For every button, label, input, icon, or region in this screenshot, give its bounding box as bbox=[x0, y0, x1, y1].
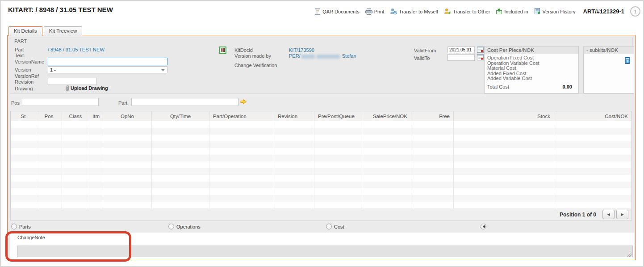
kit-details-panel: PART Part / 8948 / 31.05 TEST NEW Text V… bbox=[7, 35, 636, 260]
column-header-opno[interactable]: OpNo bbox=[103, 111, 152, 121]
table-cell bbox=[11, 202, 36, 208]
column-header-stock[interactable]: Stock bbox=[454, 111, 554, 121]
previous-page-button[interactable]: ◀ bbox=[602, 210, 615, 219]
revision-label: Revision bbox=[15, 79, 33, 85]
table-cell bbox=[411, 182, 454, 188]
table-row[interactable] bbox=[11, 128, 631, 135]
revision-input[interactable] bbox=[48, 78, 97, 85]
table-row[interactable] bbox=[11, 182, 631, 188]
column-header-cost-nok[interactable]: Cost/NOK bbox=[554, 111, 631, 121]
part-filter-input[interactable] bbox=[131, 98, 238, 106]
kitdoc-icon[interactable] bbox=[219, 47, 226, 54]
table-cell bbox=[89, 202, 103, 208]
tab-kit-treeview[interactable]: Kit Treeview bbox=[44, 26, 83, 35]
column-header-free[interactable]: Free bbox=[411, 111, 454, 121]
table-cell bbox=[411, 195, 454, 202]
version-label: Version bbox=[15, 67, 31, 72]
valid-from-input[interactable] bbox=[447, 47, 475, 53]
column-header-pre-post-queue[interactable]: Pre/Post/Queue bbox=[314, 111, 362, 121]
transfer-to-myself-button[interactable]: Transfer to Myself bbox=[390, 8, 438, 15]
table-cell bbox=[36, 175, 62, 182]
radio-parts-label: Parts bbox=[19, 224, 31, 229]
table-cell bbox=[274, 128, 314, 135]
change-note-textarea[interactable] bbox=[17, 246, 633, 257]
table-cell bbox=[362, 195, 411, 202]
table-cell bbox=[152, 168, 209, 175]
column-header-pos[interactable]: Pos bbox=[36, 111, 62, 121]
resize-grip-icon[interactable] bbox=[627, 253, 631, 257]
table-cell bbox=[454, 168, 554, 175]
table-row[interactable] bbox=[11, 155, 631, 161]
radio-cost[interactable]: Cost bbox=[326, 224, 344, 229]
table-row[interactable] bbox=[11, 195, 631, 202]
subkits-panel-title: - subkits/NOK bbox=[584, 47, 634, 54]
table-cell bbox=[103, 128, 152, 135]
valid-to-input[interactable] bbox=[447, 54, 475, 61]
table-cell bbox=[103, 188, 152, 195]
valid-to-calendar-icon[interactable] bbox=[477, 54, 484, 60]
table-cell bbox=[89, 141, 103, 148]
valid-from-calendar-icon[interactable] bbox=[477, 47, 484, 53]
version-made-by-value[interactable]: PER/ Stefan bbox=[289, 53, 356, 59]
version-history-button[interactable]: Version History bbox=[534, 8, 576, 15]
radio-icon bbox=[326, 224, 332, 229]
version-select[interactable]: 1 - bbox=[48, 66, 167, 73]
radio-selected-icon bbox=[481, 224, 486, 229]
table-row[interactable] bbox=[11, 121, 631, 128]
table-cell bbox=[411, 148, 454, 155]
table-row[interactable] bbox=[11, 135, 631, 141]
table-cell bbox=[274, 148, 314, 155]
kitdocid-label: KitDocid bbox=[234, 47, 253, 53]
table-cell bbox=[411, 168, 454, 175]
table-row[interactable] bbox=[11, 148, 631, 155]
table-cell bbox=[314, 141, 362, 148]
table-cell bbox=[209, 202, 274, 208]
table-row[interactable] bbox=[11, 202, 631, 208]
table-cell bbox=[454, 195, 554, 202]
column-header-st[interactable]: St bbox=[11, 111, 36, 121]
version-select-value: 1 - bbox=[50, 67, 56, 72]
table-cell bbox=[62, 128, 89, 135]
table-row[interactable] bbox=[11, 168, 631, 175]
print-button[interactable]: Print bbox=[365, 8, 385, 15]
upload-drawing-button[interactable]: Upload Drawing bbox=[65, 85, 108, 92]
column-header-revision[interactable]: Revision bbox=[274, 111, 314, 121]
table-row[interactable] bbox=[11, 161, 631, 168]
radio-parts[interactable]: Parts bbox=[11, 224, 31, 229]
version-count-badge[interactable]: 1 bbox=[630, 6, 640, 17]
radio-cost-label: Cost bbox=[334, 224, 344, 229]
column-header-qty-time[interactable]: Qty/Time bbox=[152, 111, 209, 121]
tab-kit-details[interactable]: Kit Details bbox=[8, 26, 42, 36]
qar-documents-button[interactable]: QAR Documents bbox=[315, 8, 360, 15]
table-cell bbox=[274, 182, 314, 188]
next-page-button[interactable]: ▶ bbox=[616, 210, 628, 219]
go-arrow-icon[interactable] bbox=[240, 99, 247, 105]
table-cell bbox=[554, 161, 631, 168]
table-cell bbox=[89, 135, 103, 141]
calculator-icon[interactable] bbox=[625, 57, 630, 64]
column-header-part-operation[interactable]: Part/Operation bbox=[209, 111, 274, 121]
part-section-legend: PART bbox=[14, 38, 27, 44]
table-cell bbox=[454, 141, 554, 148]
column-header-itm[interactable]: Itm bbox=[89, 111, 103, 121]
kitdocid-link[interactable]: KIT/173590 bbox=[289, 47, 314, 53]
column-header-saleprice-nok[interactable]: SalePrice/NOK bbox=[362, 111, 411, 121]
version-made-by-suffix: Stefan bbox=[342, 53, 356, 59]
table-cell bbox=[314, 202, 362, 208]
table-cell bbox=[89, 155, 103, 161]
table-row[interactable] bbox=[11, 141, 631, 148]
radio-all[interactable]: All bbox=[481, 224, 486, 229]
kit-lines-table: St Pos Class Itm OpNo Qty/Time Part/Oper… bbox=[10, 111, 632, 209]
transfer-to-other-icon bbox=[444, 8, 451, 15]
pos-filter-input[interactable] bbox=[22, 98, 99, 106]
included-in-button[interactable]: Included in bbox=[496, 8, 528, 15]
table-row[interactable] bbox=[11, 175, 631, 182]
column-header-class[interactable]: Class bbox=[62, 111, 89, 121]
change-verification-label: Change Verification bbox=[234, 63, 277, 68]
table-row[interactable] bbox=[11, 188, 631, 195]
part-value-link[interactable]: / 8948 / 31.05 TEST NEW bbox=[48, 47, 105, 52]
version-name-input[interactable] bbox=[48, 58, 167, 65]
cost-per-piece-panel: Cost Per Piece/NOK Operation Fixed Cost … bbox=[484, 46, 579, 93]
radio-operations[interactable]: Operations bbox=[168, 224, 201, 229]
transfer-to-other-button[interactable]: Transfer to Other bbox=[444, 8, 490, 15]
